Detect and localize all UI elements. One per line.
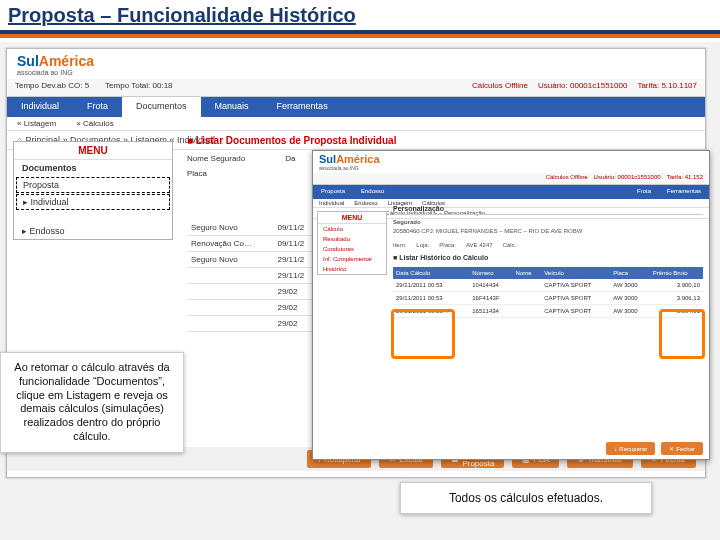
subtab-listagem[interactable]: « Listagem (17, 119, 56, 128)
table-front: Data Cálculo Número Nome Veículo Placa P… (393, 267, 703, 318)
lbl-nome: Nome Segurado (187, 154, 245, 163)
slide-body: SulAmérica associada ao ING Tempo Dev.ab… (0, 42, 720, 540)
accent-strip (0, 34, 720, 38)
tab-frota-f[interactable]: Frota (629, 185, 659, 199)
table-row[interactable]: 29/11/2011 00:53…16511434CAPTIVA SPORTAW… (393, 305, 703, 318)
cell[interactable]: Seguro Novo (187, 220, 273, 236)
lbl-da: Da (285, 154, 295, 163)
lbl-placa: Placa (187, 169, 207, 178)
menu-documentos[interactable]: Documentos (14, 160, 172, 176)
p-placav: AVE 4247 (466, 242, 493, 248)
topbar-back: Tempo Dev.ab CO: 5 Tempo Total: 00:18 Cá… (7, 79, 705, 97)
tab-endosso-f[interactable]: Endosso (353, 185, 392, 199)
mi-resultado[interactable]: Resultado (318, 234, 386, 244)
brand-sub: associada ao ING (17, 69, 94, 76)
cell[interactable]: 29/02 (273, 284, 317, 300)
topbar-front: Cálculos Offline Usuário: 00001c1551000 … (313, 173, 709, 185)
menu-proposta[interactable]: Proposta (16, 177, 170, 193)
subtab-calculos[interactable]: × Cálculos (76, 119, 114, 128)
tab-frota[interactable]: Frota (73, 97, 122, 117)
st-individual[interactable]: Individual (319, 200, 344, 206)
cell[interactable]: 09/11/2 (273, 220, 317, 236)
button-row-front: ↓ Recuperar ✕ Fechar (606, 442, 703, 455)
menu-title: MENU (14, 142, 172, 160)
table-row[interactable]: 29/11/2011 00:5316F4143FCAPTIVA SPORTAW … (393, 292, 703, 305)
cell[interactable]: 29/11/2 (273, 268, 317, 284)
btn-fechar-f[interactable]: ✕ Fechar (661, 442, 703, 455)
tab-individual[interactable]: Individual (7, 97, 73, 117)
col-placa: Placa (610, 267, 650, 279)
menu-title-f: MENU (318, 212, 386, 224)
seg-label: Segurado (393, 219, 421, 225)
col-veic: Veículo (541, 267, 610, 279)
tarifa: Tarifa: 5.10.1107 (637, 81, 697, 94)
cell[interactable] (187, 300, 273, 316)
main-tabs-back: Individual Frota Documentos Manuais Ferr… (7, 97, 705, 117)
subtabs-back: « Listagem × Cálculos (7, 117, 705, 131)
tab-ferramentas[interactable]: Ferramentas (263, 97, 342, 117)
panel-front: Personalização Segurado 20580460 CPJ: MI… (393, 203, 703, 429)
mi-condutores[interactable]: Condutores (318, 244, 386, 254)
callout-bottom: Todos os cálculos efetuados. (400, 482, 652, 514)
mi-calculo[interactable]: Cálculo (318, 224, 386, 234)
mi-infcomp[interactable]: Inf. Complementar (318, 254, 386, 264)
table-back: Seguro Novo09/11/2 Renovação Co…09/11/2 … (187, 220, 317, 332)
usuario: Usuário: 00001c1551000 (538, 81, 627, 94)
p-loja: Loja: (416, 242, 429, 248)
listing-title: ■ Listar Documentos de Proposta Individu… (187, 131, 695, 150)
tempo-dev: Tempo Dev.ab CO: 5 (15, 81, 89, 94)
table-row[interactable]: 29/11/2011 00:5310414434CAPTIVA SPORTAW … (393, 279, 703, 292)
calc-offline: Cálculos Offline (472, 81, 528, 94)
st-endosso[interactable]: Endosso (354, 200, 377, 206)
cell[interactable]: 29/02 (273, 316, 317, 332)
cell[interactable] (187, 268, 273, 284)
callout-left: Ao retomar o cálculo através da funciona… (0, 352, 184, 453)
menu-spacer (14, 211, 172, 223)
p-placa: Placa: (439, 242, 456, 248)
brand-sub-front: associada ao ING (319, 165, 380, 171)
calc-offline-f: Cálculos Offline (546, 174, 588, 183)
col-data: Data Cálculo (393, 267, 469, 279)
tab-proposta-f[interactable]: Proposta (313, 185, 353, 199)
brand-logo-front: SulAmérica (319, 153, 380, 165)
tarifa-f: Tarifa: 41.152 (667, 174, 703, 183)
cell[interactable] (187, 316, 273, 332)
mi-historico[interactable]: Histórico (318, 264, 386, 274)
menu-individual[interactable]: ▸ Individual (16, 194, 170, 210)
seg-value: 20580460 CPJ: MIGUEL FERNANDES – MERC – … (393, 228, 703, 234)
tab-ferramentas-f[interactable]: Ferramentas (659, 185, 709, 199)
side-menu-front: MENU Cálculo Resultado Condutores Inf. C… (317, 211, 387, 275)
side-menu-back: MENU Documentos Proposta ▸ Individual ▸ … (13, 141, 173, 240)
menu-endosso[interactable]: ▸ Endosso (14, 223, 172, 239)
col-nome: Nome (513, 267, 542, 279)
panel-section: Personalização (393, 203, 703, 215)
cell[interactable]: 29/02 (273, 300, 317, 316)
p-calc: Cálc.: (503, 242, 518, 248)
p-item: Item: (393, 242, 406, 248)
col-premio: Prêmio Bruto (650, 267, 703, 279)
cell[interactable]: Seguro Novo (187, 252, 273, 268)
brand-logo: SulAmérica (17, 53, 94, 69)
tab-manuais[interactable]: Manuais (201, 97, 263, 117)
cell[interactable]: 09/11/2 (273, 236, 317, 252)
cell[interactable]: Renovação Co… (187, 236, 273, 252)
tab-documentos[interactable]: Documentos (122, 97, 201, 117)
slide-title: Proposta – Funcionalidade Histórico (0, 0, 720, 34)
hist-title: ■ Listar Histórico do Cálculo (393, 248, 703, 263)
tempo-total: Tempo Total: 00:18 (105, 81, 172, 94)
cell[interactable] (187, 284, 273, 300)
col-num: Número (469, 267, 512, 279)
usuario-f: Usuário: 00001c1551000 (594, 174, 661, 183)
main-tabs-front: Proposta Endosso Frota Ferramentas (313, 185, 709, 199)
app-front-screenshot: SulAmérica associada ao ING Cálculos Off… (312, 150, 710, 460)
btn-recuperar-f[interactable]: ↓ Recuperar (606, 442, 655, 455)
cell[interactable]: 29/11/2 (273, 252, 317, 268)
